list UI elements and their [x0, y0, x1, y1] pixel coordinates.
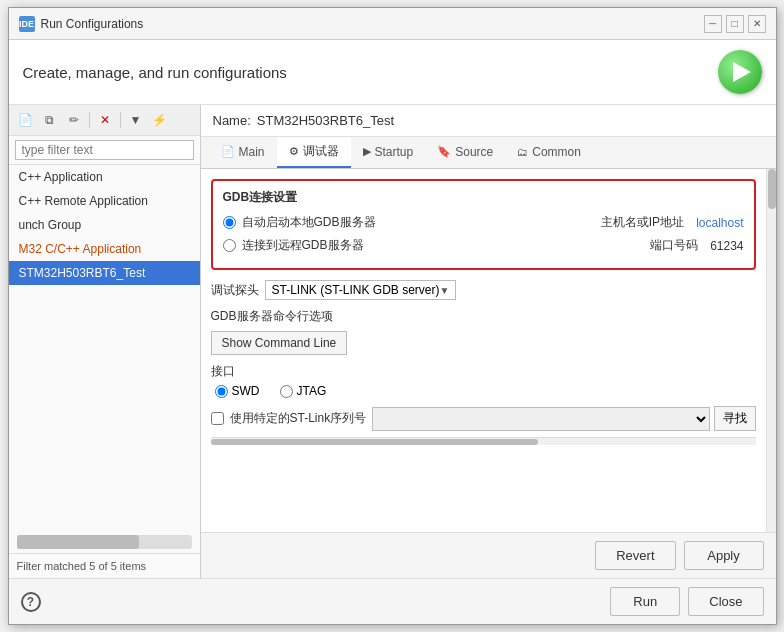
name-value: STM32H503RBT6_Test	[257, 113, 394, 128]
window-title: Run Configurations	[41, 17, 144, 31]
sidebar-item-cpp-remote-app[interactable]: C++ Remote Application	[9, 189, 200, 213]
find-button[interactable]: 寻找	[714, 406, 756, 431]
st-link-checkbox-label: 使用特定的ST-Link序列号	[230, 410, 367, 427]
toolbar-separator	[89, 112, 90, 128]
interface-section: 接口 SWD JTAG	[211, 363, 756, 398]
port-label: 端口号码	[630, 237, 698, 254]
show-command-line-button[interactable]: Show Command Line	[211, 331, 348, 355]
scrollbar-thumb	[211, 439, 538, 445]
app-icon: IDE	[19, 16, 35, 32]
radio-remote-label: 连接到远程GDB服务器	[242, 237, 364, 254]
revert-button[interactable]: Revert	[595, 541, 675, 570]
delete-config-button[interactable]: ✕	[94, 109, 116, 131]
debug-probe-row: 调试探头 ST-LINK (ST-LINK GDB server) ▼	[211, 280, 756, 300]
sidebar-footer: Filter matched 5 of 5 items	[9, 553, 200, 578]
filter-input-wrapper	[9, 136, 200, 165]
tab-debugger[interactable]: ⚙ 调试器	[277, 137, 351, 168]
interface-title: 接口	[211, 363, 756, 380]
apply-button[interactable]: Apply	[684, 541, 764, 570]
sidebar-list: C++ Application C++ Remote Application u…	[9, 165, 200, 531]
run-configurations-window: IDE Run Configurations ─ □ ✕ Create, man…	[8, 7, 777, 625]
main-area: 📄 ⧉ ✏ ✕ ▼ ⚡ C++ Application C++ Remote A…	[9, 105, 776, 578]
gdb-connection-section: GDB连接设置 自动启动本地GDB服务器 主机名或IP地址 localhost …	[211, 179, 756, 270]
filter-button2[interactable]: ⚡	[149, 109, 171, 131]
maximize-button[interactable]: □	[726, 15, 744, 33]
content-area: Name: STM32H503RBT6_Test 📄 Main ⚙ 调试器 ▶ …	[201, 105, 776, 578]
dropdown-arrow-icon: ▼	[440, 285, 450, 296]
st-link-checkbox-row: 使用特定的ST-Link序列号 寻找	[211, 406, 756, 431]
st-link-checkbox[interactable]	[211, 412, 224, 425]
footer-buttons: Run Close	[610, 587, 763, 616]
run-icon-button[interactable]	[718, 50, 762, 94]
gdb-section-title: GDB连接设置	[223, 189, 744, 206]
bottom-buttons: Revert Apply	[201, 532, 776, 578]
close-window-button[interactable]: ✕	[748, 15, 766, 33]
radio-swd[interactable]	[215, 385, 228, 398]
header-area: Create, manage, and run configurations	[9, 40, 776, 105]
st-link-input-area: 寻找	[372, 406, 755, 431]
scrollbar-track	[767, 169, 776, 532]
new-config-button[interactable]: 📄	[15, 109, 37, 131]
filter-button1[interactable]: ▼	[125, 109, 147, 131]
name-row: Name: STM32H503RBT6_Test	[201, 105, 776, 137]
radio-auto-start-row: 自动启动本地GDB服务器 主机名或IP地址 localhost	[223, 214, 744, 231]
content-panel: GDB连接设置 自动启动本地GDB服务器 主机名或IP地址 localhost …	[201, 169, 766, 532]
radio-remote-row: 连接到远程GDB服务器 端口号码 61234	[223, 237, 744, 254]
horizontal-scrollbar[interactable]	[211, 437, 756, 445]
title-bar-left: IDE Run Configurations	[19, 16, 144, 32]
main-tab-icon: 📄	[221, 145, 235, 158]
radio-auto-start[interactable]	[223, 216, 236, 229]
debugger-tab-icon: ⚙	[289, 145, 299, 158]
radio-remote-server[interactable]	[223, 239, 236, 252]
swd-radio-item: SWD	[215, 384, 260, 398]
content-with-scrollbar: GDB连接设置 自动启动本地GDB服务器 主机名或IP地址 localhost …	[201, 169, 776, 532]
tab-main[interactable]: 📄 Main	[209, 137, 277, 168]
duplicate-config-button[interactable]: ⧉	[39, 109, 61, 131]
hostname-value: localhost	[696, 216, 743, 230]
st-link-select[interactable]	[372, 407, 709, 431]
minimize-button[interactable]: ─	[704, 15, 722, 33]
name-label: Name:	[213, 113, 251, 128]
filter-input[interactable]	[15, 140, 194, 160]
jtag-radio-item: JTAG	[280, 384, 327, 398]
jtag-label: JTAG	[297, 384, 327, 398]
tabs-bar: 📄 Main ⚙ 调试器 ▶ Startup 🔖 Source 🗂 C	[201, 137, 776, 169]
toolbar-separator2	[120, 112, 121, 128]
sidebar-item-m32-cpp[interactable]: M32 C/C++ Application	[9, 237, 200, 261]
sidebar-toolbar: 📄 ⧉ ✏ ✕ ▼ ⚡	[9, 105, 200, 136]
edit-config-button[interactable]: ✏	[63, 109, 85, 131]
footer-row: ? Run Close	[9, 578, 776, 624]
title-bar: IDE Run Configurations ─ □ ✕	[9, 8, 776, 40]
common-tab-icon: 🗂	[517, 146, 528, 158]
title-bar-controls: ─ □ ✕	[704, 15, 766, 33]
swd-label: SWD	[232, 384, 260, 398]
startup-tab-icon: ▶	[363, 145, 371, 158]
tab-source[interactable]: 🔖 Source	[425, 137, 505, 168]
hostname-label: 主机名或IP地址	[581, 214, 684, 231]
port-value: 61234	[710, 239, 743, 253]
run-button[interactable]: Run	[610, 587, 680, 616]
debug-probe-value: ST-LINK (ST-LINK GDB server)	[272, 283, 440, 297]
sidebar-item-launch-group[interactable]: unch Group	[9, 213, 200, 237]
vertical-scrollbar-thumb	[768, 169, 776, 209]
close-button[interactable]: Close	[688, 587, 763, 616]
radio-auto-start-label: 自动启动本地GDB服务器	[242, 214, 376, 231]
sidebar-item-cpp-app[interactable]: C++ Application	[9, 165, 200, 189]
gdb-options-title: GDB服务器命令行选项	[211, 308, 756, 325]
radio-jtag[interactable]	[280, 385, 293, 398]
debug-probe-label: 调试探头	[211, 282, 259, 299]
header-title: Create, manage, and run configurations	[23, 64, 287, 81]
source-tab-icon: 🔖	[437, 145, 451, 158]
help-button[interactable]: ?	[21, 592, 41, 612]
sidebar-item-stm32-test[interactable]: STM32H503RBT6_Test	[9, 261, 200, 285]
tab-startup[interactable]: ▶ Startup	[351, 137, 426, 168]
sidebar: 📄 ⧉ ✏ ✕ ▼ ⚡ C++ Application C++ Remote A…	[9, 105, 201, 578]
right-scrollbar[interactable]	[766, 169, 776, 532]
debug-probe-dropdown[interactable]: ST-LINK (ST-LINK GDB server) ▼	[265, 280, 457, 300]
interface-radios: SWD JTAG	[211, 384, 756, 398]
tab-common[interactable]: 🗂 Common	[505, 137, 593, 168]
gdb-options-section: GDB服务器命令行选项 Show Command Line	[211, 308, 756, 355]
